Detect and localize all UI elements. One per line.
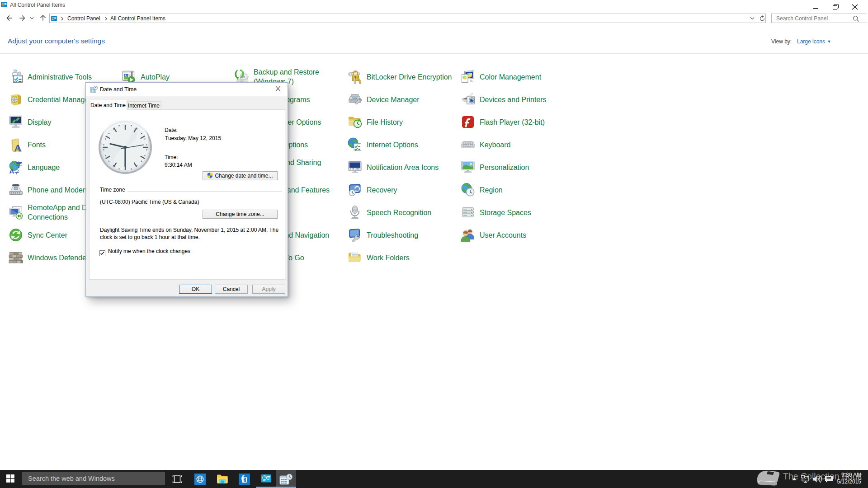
svg-text:A: A bbox=[9, 167, 14, 174]
svg-text:0:00: 0:00 bbox=[356, 168, 359, 170]
svg-text:A: A bbox=[14, 142, 22, 152]
svg-text:字: 字 bbox=[16, 161, 23, 168]
